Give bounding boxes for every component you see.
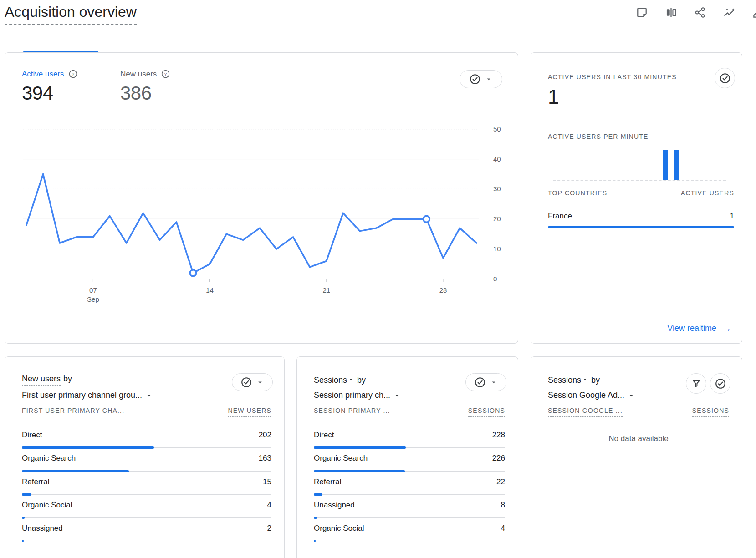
- chevron-down-icon: [256, 378, 264, 386]
- chevron-down-icon: [347, 374, 354, 383]
- view-realtime-link[interactable]: View realtime →: [667, 323, 732, 333]
- dimension-column-header: SESSION GOOGLE ...: [548, 407, 623, 417]
- data-quality-dropdown[interactable]: [465, 373, 506, 391]
- per-minute-baseline: [553, 180, 726, 181]
- channel-label: Referral: [314, 477, 341, 487]
- header-toolbar: [636, 6, 756, 19]
- page-title: Acquisition overview: [5, 4, 137, 25]
- table-row: Unassigned2: [22, 518, 271, 541]
- check-circle-button[interactable]: [710, 373, 730, 394]
- metric-tab-new-users[interactable]: New users ? 386: [120, 69, 170, 104]
- table-row: Organic Social4: [314, 518, 505, 541]
- channel-label: Organic Search: [22, 454, 76, 463]
- channel-label: Direct: [22, 431, 42, 440]
- realtime-card: ACTIVE USERS IN LAST 30 MINUTES 1 ACTIVE…: [531, 52, 742, 344]
- data-point-marker: [190, 270, 196, 276]
- arrow-right-icon: →: [722, 323, 732, 333]
- data-quality-dropdown[interactable]: [232, 373, 273, 391]
- channel-bar: [22, 540, 24, 542]
- new-users-by-channel-card: New users by First user primary channel …: [5, 356, 285, 558]
- channel-value: 22: [496, 477, 505, 487]
- feedback-note-icon[interactable]: [636, 6, 648, 19]
- filter-funnel-icon: [691, 378, 702, 389]
- channel-label: Unassigned: [314, 501, 355, 510]
- sessions-by-google-ads-card: Sessions by Session Google Ad... SESSION…: [531, 356, 742, 558]
- channel-label: Organic Social: [22, 501, 72, 510]
- share-icon[interactable]: [694, 6, 706, 19]
- filter-button[interactable]: [686, 373, 706, 394]
- dimension-column-header: FIRST USER PRIMARY CHA...: [22, 407, 124, 417]
- svg-text:40: 40: [493, 155, 501, 163]
- metric-tab-active-users[interactable]: Active users ? 394: [22, 69, 78, 104]
- data-point-marker: [423, 216, 429, 222]
- metric-column-header: NEW USERS: [228, 407, 271, 417]
- channel-value: 202: [259, 431, 271, 440]
- chevron-down-icon: [627, 391, 635, 400]
- metric-column-header: SESSIONS: [692, 407, 729, 417]
- active-users-per-minute-chart: [553, 150, 726, 180]
- svg-text:10: 10: [493, 245, 501, 253]
- acquisition-overview-card: Active users ? 394 New users ? 386 01020…: [5, 52, 518, 344]
- chevron-down-icon: [581, 374, 588, 383]
- check-circle-button[interactable]: [715, 68, 735, 88]
- dimension-name: First user primary channel grou...: [22, 391, 142, 400]
- channel-value: 4: [267, 501, 271, 510]
- top-countries-header: TOP COUNTRIES: [548, 189, 607, 199]
- table-row: Unassigned8: [314, 495, 505, 518]
- country-row: France1: [548, 207, 734, 228]
- svg-text:Sep: Sep: [87, 295, 99, 303]
- metric-name: Sessions: [548, 375, 581, 385]
- compare-icon[interactable]: [665, 6, 677, 19]
- dimension-name: Session primary ch...: [314, 391, 390, 400]
- dimension-name: Session Google Ad...: [548, 391, 624, 400]
- channel-value: 15: [263, 477, 271, 487]
- channel-table: Direct202Organic Search163Referral15Orga…: [22, 425, 271, 541]
- row-divider: [314, 541, 505, 541]
- channel-bar: [314, 540, 316, 542]
- svg-text:14: 14: [206, 286, 214, 294]
- by-label: by: [591, 375, 600, 385]
- per-minute-bar: [674, 150, 679, 180]
- sessions-by-channel-card: Sessions by Session primary ch... SESSIO…: [296, 356, 518, 558]
- channel-value: 4: [501, 524, 505, 533]
- active-users-line-chart: 0102030405007Sep142128: [19, 121, 515, 317]
- channel-label: Unassigned: [22, 524, 63, 533]
- channel-value: 163: [259, 454, 271, 463]
- realtime-title: ACTIVE USERS IN LAST 30 MINUTES: [548, 73, 677, 83]
- help-icon[interactable]: ?: [68, 69, 78, 79]
- edit-icon-partial[interactable]: [752, 6, 756, 19]
- channel-label: Direct: [314, 431, 334, 440]
- active-users-label: Active users: [22, 70, 64, 79]
- country-name: France: [548, 212, 572, 221]
- dimension-dropdown[interactable]: First user primary channel grou...: [22, 391, 153, 400]
- svg-text:50: 50: [493, 125, 501, 133]
- dimension-dropdown[interactable]: Session Google Ad...: [548, 391, 635, 400]
- svg-text:30: 30: [493, 185, 501, 193]
- row-divider: [22, 541, 271, 541]
- svg-text:28: 28: [439, 286, 447, 294]
- top-countries-list: France1: [548, 207, 734, 228]
- channel-label: Referral: [22, 477, 49, 487]
- metric-dropdown[interactable]: Sessions: [548, 374, 588, 385]
- channel-value: 8: [501, 501, 505, 510]
- svg-text:20: 20: [493, 215, 501, 223]
- dimension-dropdown[interactable]: Session primary ch...: [314, 391, 401, 400]
- data-quality-dropdown[interactable]: [460, 70, 502, 88]
- check-circle-icon: [719, 72, 731, 84]
- insights-icon[interactable]: [723, 6, 736, 19]
- channel-value: 2: [267, 524, 271, 533]
- help-icon[interactable]: ?: [161, 69, 170, 79]
- no-data-message: No data available: [548, 434, 729, 443]
- metric-column-header: SESSIONS: [468, 407, 505, 417]
- table-row: Organic Search163: [22, 448, 271, 471]
- metric-name: Sessions: [314, 375, 347, 385]
- table-row: Referral22: [314, 472, 505, 495]
- new-users-value: 386: [120, 82, 170, 104]
- active-users-value: 394: [22, 82, 78, 104]
- chevron-down-icon: [490, 378, 498, 386]
- table-row: Organic Search226: [314, 448, 505, 471]
- country-active-users: 1: [730, 212, 734, 221]
- metric-dropdown[interactable]: Sessions: [314, 374, 354, 385]
- svg-text:?: ?: [164, 71, 167, 76]
- svg-text:?: ?: [72, 71, 74, 76]
